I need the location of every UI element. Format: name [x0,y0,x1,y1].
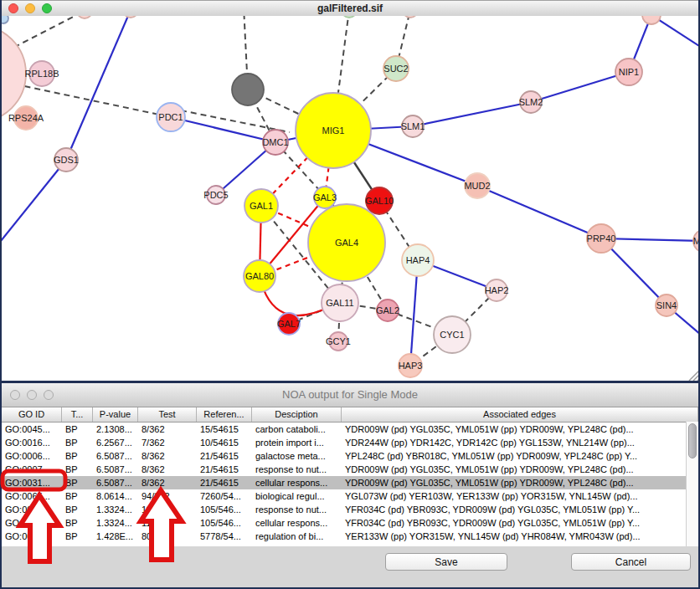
node-GCY1[interactable] [329,332,347,351]
table-row[interactable]: GO:0031...BP1.3324...11/362105/546...res… [2,503,698,516]
node-RPL18B[interactable] [29,61,54,86]
column-header-4[interactable]: Referen... [197,407,252,422]
table-row[interactable]: GO:0045...BP2.1308...8/36215/54615carbon… [2,423,698,436]
cell-reference: 7260/54... [197,489,252,503]
node-PRP40[interactable] [587,224,615,253]
cell-edges: YDR244W (pp) YDR142C, YDR142C (pp) YGL15… [342,436,698,449]
node-GAL3[interactable] [314,187,336,208]
table-row[interactable]: GO:0007...BP6.5087...8/36221/54615respon… [2,463,698,476]
column-header-6[interactable]: Associated edges [342,407,698,422]
close-button[interactable] [8,3,18,13]
close-button[interactable] [10,390,20,400]
network-window-titlebar[interactable]: galFiltered.sif [2,0,698,17]
node-SIN4[interactable] [656,294,677,316]
cell-reference: 21/54615 [197,449,252,463]
node-GAL7[interactable] [278,313,300,335]
edge-top2-GDS1 [66,16,131,160]
cell-description: response to nut... [252,463,342,476]
node-GDS1[interactable] [54,148,78,172]
node-PDC5[interactable] [207,186,225,204]
cell-test: 11/362 [138,503,197,516]
node-tinyblue[interactable] [2,16,8,23]
column-header-1[interactable]: T... [62,407,93,422]
noa-window: NOA output for Single Mode GO IDT...P-va… [0,383,700,589]
table-row[interactable]: GO:0031...BP6.5087...8/36221/54615cellul… [2,476,698,489]
scrollbar-thumb[interactable] [688,423,697,458]
vertical-scrollbar[interactable] [686,422,698,546]
node-topgreen[interactable] [342,16,357,18]
cell-type: BP [62,423,93,436]
table-header-row[interactable]: GO IDT...P-valueTestReferen...Desciption… [2,407,698,423]
edge-MUD2-PRP40 [477,186,601,238]
node-MIG1[interactable] [296,93,371,168]
cell-edges: YGL073W (pd) YER103W, YER133W (pp) YOR31… [342,489,698,503]
cell-test: 8/362 [138,463,197,476]
node-MUD2[interactable] [465,173,490,198]
node-GAL1[interactable] [244,189,278,223]
column-header-0[interactable]: GO ID [2,407,62,422]
node-MSL1[interactable] [693,229,698,253]
node-GAL4[interactable] [308,204,385,281]
node-SLM1[interactable] [402,115,424,137]
node-GAL11[interactable] [322,284,358,321]
column-header-3[interactable]: Test [138,407,197,422]
cell-go_id: GO:0007... [2,463,62,476]
table-row[interactable]: GO:0016...BP6.2567...7/36210/54615protei… [2,436,698,449]
cell-type: BP [62,489,93,503]
node-RPS24A[interactable] [14,106,38,130]
table-row[interactable]: GO:0050...BP1.428E...80/3625778/54...reg… [2,530,698,543]
node-top1[interactable] [77,16,92,18]
cell-description: protein import i... [252,436,342,449]
node-top2[interactable] [123,16,138,18]
node-SLM2[interactable] [520,91,542,113]
zoom-button[interactable] [44,390,54,400]
node-top3[interactable] [403,16,418,18]
cell-type: BP [62,516,93,530]
cell-description: biological regul... [252,489,342,503]
cell-edges: YDR009W (pd) YGL035C, YML051W (pp) YDR00… [342,423,698,436]
edge-SLM1-SLM2 [413,102,531,126]
node-DMC1[interactable] [263,130,288,155]
cell-reference: 15/54615 [197,423,252,436]
cell-test: 80/362 [138,530,197,543]
cell-p_value: 1.3324... [93,516,138,530]
cell-description: galactose meta... [252,449,342,463]
cell-go_id: GO:0031... [2,476,62,489]
node-GAL10[interactable] [366,187,393,214]
table-row[interactable]: GO:0065...BP8.0614...94/3627260/54...bio… [2,489,698,503]
save-button[interactable]: Save [385,553,507,571]
node-graynode[interactable] [232,74,264,105]
cell-type: BP [62,476,93,489]
node-PDC1[interactable] [157,103,185,131]
network-graph: RPL18BRPS24AGDS1PDC1DMC1MIG1SUC2SLM1SLM2… [2,16,698,381]
cell-description: carbon cataboli... [252,423,342,436]
node-HAP3[interactable] [399,354,422,377]
noa-window-titlebar[interactable]: NOA output for Single Mode [2,383,698,407]
node-SUC2[interactable] [383,56,409,81]
minimize-button[interactable] [27,390,37,400]
node-topright[interactable] [642,16,661,24]
cell-type: BP [62,463,93,476]
node-CYC1[interactable] [434,316,471,353]
node-HAP4[interactable] [402,244,434,276]
table-row[interactable]: GO:0006...BP6.5087...8/36221/54615galact… [2,449,698,463]
column-header-5[interactable]: Desciption [252,407,342,422]
edge-PDC1-DMC1 [181,110,290,132]
table-row[interactable]: GO:0031...BP1.3324...11/362105/546...cel… [2,516,698,530]
cancel-button[interactable]: Cancel [571,553,691,571]
zoom-button[interactable] [42,3,52,13]
traffic-lights-inactive [10,390,54,400]
minimize-button[interactable] [25,3,35,13]
node-NIP1[interactable] [615,59,642,85]
node-GAL2[interactable] [377,300,399,321]
cell-reference: 10/54615 [197,436,252,449]
cell-edges: YPL248C (pd) YBR018C, YML051W (pp) YDR00… [342,449,698,463]
node-GAL80[interactable] [244,260,275,292]
cell-go_id: GO:0031... [2,503,62,516]
resize-grip-icon[interactable] [689,369,698,381]
column-header-2[interactable]: P-value [93,407,138,422]
cell-go_id: GO:0045... [2,423,62,436]
network-canvas[interactable]: RPL18BRPS24AGDS1PDC1DMC1MIG1SUC2SLM1SLM2… [2,16,698,381]
cell-description: cellular respons... [252,476,342,489]
node-HAP2[interactable] [486,279,507,301]
